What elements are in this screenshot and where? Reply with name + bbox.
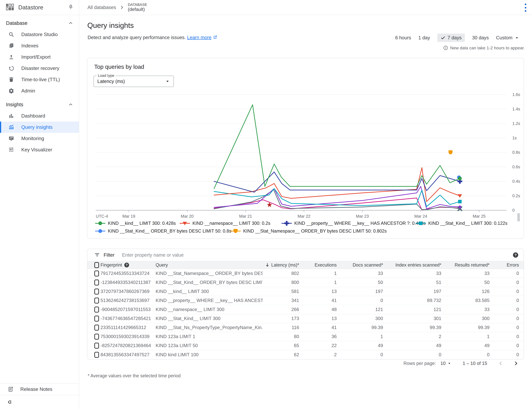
- legend-item[interactable]: KIND __property__ WHERE __key__ HAS ANCE…: [281, 220, 426, 226]
- cell-results: 49: [441, 343, 489, 348]
- fingerprint-help-icon[interactable]: ?: [124, 263, 129, 267]
- table-row[interactable]: 8438135563347497527 KIND kind LIMIT 100 …: [87, 350, 524, 359]
- table-help-icon[interactable]: ?: [513, 252, 518, 258]
- table-row[interactable]: -8257247820821369464 KIND 123a LIMIT 50 …: [87, 341, 524, 350]
- prev-page-icon[interactable]: [498, 360, 504, 366]
- cell-query: KIND kind LIMIT 100: [156, 352, 263, 357]
- sidebar-item-label: Admin: [21, 88, 35, 93]
- legend-item[interactable]: KIND __Stat_Kind__ LIMIT 300: 0.122s: [415, 220, 507, 226]
- next-page-icon[interactable]: [513, 360, 519, 366]
- cell-errors: 0: [489, 289, 519, 294]
- table-row[interactable]: 7917244535513343724 KIND __Stat_Namespac…: [87, 269, 524, 278]
- legend-item[interactable]: KIND __kind__ LIMIT 300: 0.428s: [95, 220, 176, 226]
- cell-index-entries: 197: [383, 289, 441, 294]
- col-docs-scanned[interactable]: Docs scanned*: [337, 262, 383, 268]
- sidebar-item-label: Indexes: [21, 43, 38, 48]
- sort-desc-icon: [265, 263, 270, 267]
- sidebar-item-import-export[interactable]: Import/Export: [0, 51, 79, 63]
- cell-index-entries: 99.39: [383, 325, 441, 330]
- filter-input[interactable]: [122, 252, 513, 258]
- sidebar-item-disaster-recovery[interactable]: Disaster recovery: [0, 63, 79, 74]
- row-checkbox[interactable]: [94, 343, 99, 349]
- sidebar: Datastore Database Datastore Studio Inde…: [0, 0, 79, 409]
- table-footnote: * Average values over the selected time …: [88, 373, 181, 378]
- table-row[interactable]: -7436774636547285421 KIND __Stat_Kind__ …: [87, 314, 524, 323]
- range-custom[interactable]: Custom: [496, 35, 519, 40]
- sidebar-item-admin[interactable]: Admin: [0, 85, 79, 96]
- sidebar-item-key-visualizer[interactable]: Key Visualizer: [0, 144, 79, 155]
- caret-down-icon: [447, 362, 451, 365]
- legend-item[interactable]: KIND __namespace__ LIMIT 300: 0.2s: [179, 220, 270, 226]
- cell-executions: 48: [299, 307, 337, 312]
- col-fingerprint[interactable]: Fingerprint ?: [101, 262, 156, 268]
- row-checkbox[interactable]: [94, 279, 99, 285]
- col-index-entries[interactable]: Index entries scanned*: [383, 262, 441, 268]
- cell-executions: 13: [299, 289, 337, 294]
- table-row[interactable]: -1238449335340211387 KIND __Stat_Kind__ …: [87, 278, 524, 287]
- collapse-sidebar-button[interactable]: [0, 395, 79, 409]
- legend-label: KIND __property__ WHERE __key__ HAS ANCE…: [294, 221, 426, 226]
- col-results-returned[interactable]: Results returned*: [441, 262, 489, 268]
- sidebar-item-dashboard[interactable]: Dashboard: [0, 110, 79, 121]
- row-checkbox[interactable]: [94, 270, 99, 276]
- sidebar-item-monitoring[interactable]: Monitoring: [0, 133, 79, 144]
- cell-index-entries: 121: [383, 307, 441, 312]
- cell-results: 33: [441, 307, 489, 312]
- pin-icon[interactable]: [68, 4, 74, 10]
- cell-results: 126: [441, 289, 489, 294]
- range-30-days[interactable]: 30 days: [472, 35, 489, 40]
- trash-icon: [8, 76, 15, 83]
- table-row[interactable]: 233511141429665312 KIND __Stat_Ns_Proper…: [87, 323, 524, 332]
- row-checkbox[interactable]: [94, 325, 99, 331]
- release-notes-item[interactable]: Release Notes: [0, 383, 79, 395]
- queries-table-card: Filter ? Fingerprint ? Query Latency (ms…: [87, 249, 524, 360]
- page-range: 1 – 10 of 15: [463, 361, 487, 366]
- selected-indicator: [0, 121, 1, 133]
- col-executions[interactable]: Executions: [299, 262, 337, 268]
- sidebar-item-datastore-studio[interactable]: Datastore Studio: [0, 29, 79, 40]
- section-insights[interactable]: Insights: [0, 99, 79, 110]
- cell-index-entries: 0: [383, 352, 441, 357]
- col-query[interactable]: Query: [156, 262, 263, 268]
- data-delay-note: New data can take 1-2 hours to appear.: [443, 45, 525, 50]
- range-1-day[interactable]: 1 day: [418, 35, 430, 40]
- col-latency[interactable]: Latency (ms)*: [263, 262, 299, 268]
- cell-query: KIND __Stat_Ns_PropertyType_PropertyName…: [156, 325, 263, 330]
- row-checkbox[interactable]: [94, 316, 99, 322]
- legend-item[interactable]: KIND __Stat_Kind__ ORDER_BY bytes DESC L…: [95, 228, 231, 234]
- table-header-row: Fingerprint ? Query Latency (ms)* Execut…: [87, 261, 524, 269]
- row-checkbox[interactable]: [94, 352, 99, 358]
- top-queries-chart[interactable]: 1.6s1.4s1.2s1s0.8s0.6s0.4s0.2s0Mar 19Mar…: [87, 80, 524, 220]
- rows-per-page-select[interactable]: 10: [440, 361, 451, 366]
- select-all-checkbox[interactable]: [94, 262, 99, 268]
- sidebar-item-indexes[interactable]: Indexes: [0, 40, 79, 51]
- cell-latency: 581: [263, 289, 299, 294]
- sidebar-item-query-insights[interactable]: Query insights: [0, 121, 79, 133]
- page-title: Query insights: [87, 21, 134, 29]
- learn-more-link[interactable]: Learn more: [187, 35, 211, 40]
- breadcrumb-all-databases[interactable]: All databases: [87, 5, 116, 10]
- cell-latency: 800: [263, 280, 299, 285]
- sidebar-item-ttl[interactable]: Time-to-live (TTL): [0, 74, 79, 85]
- table-row[interactable]: 7530001593023914339 KIND 123a LIMIT 1 80…: [87, 332, 524, 341]
- table-row[interactable]: 5136246242738153697 KIND __property__ WH…: [87, 296, 524, 305]
- cell-latency: 80: [263, 334, 299, 339]
- cell-errors: 0: [489, 298, 519, 303]
- range-7-days-selected[interactable]: 7 days: [437, 34, 465, 42]
- table-row[interactable]: 3720797347860267369 KIND __kind__ LIMIT …: [87, 287, 524, 296]
- svg-text:0.8s: 0.8s: [512, 150, 520, 155]
- table-row[interactable]: -9004852071597011553 KIND __namespace__ …: [87, 305, 524, 314]
- row-checkbox[interactable]: [94, 307, 99, 313]
- more-options-menu[interactable]: [522, 3, 529, 12]
- col-errors[interactable]: Errors: [489, 262, 519, 268]
- row-checkbox[interactable]: [94, 334, 99, 340]
- row-checkbox[interactable]: [94, 288, 99, 295]
- cell-errors: 0: [489, 352, 519, 357]
- legend-scrollbar[interactable]: [517, 213, 520, 221]
- legend-item[interactable]: KIND __Stat_Namespace__ ORDER_BY bytes D…: [230, 228, 387, 234]
- range-6-hours[interactable]: 6 hours: [395, 35, 411, 40]
- caret-down-icon: [515, 36, 519, 40]
- row-checkbox[interactable]: [94, 297, 99, 304]
- svg-text:Mar 19: Mar 19: [122, 214, 135, 219]
- section-database[interactable]: Database: [0, 17, 79, 29]
